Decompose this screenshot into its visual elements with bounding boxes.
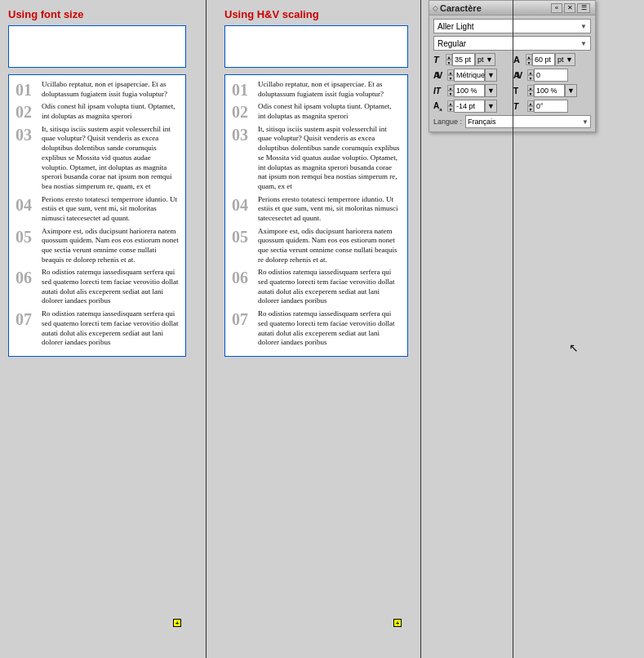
baseline-spinner[interactable]: ▲ ▼ bbox=[447, 100, 454, 112]
kerning-value-input[interactable]: 0 bbox=[534, 69, 568, 82]
separator bbox=[196, 0, 216, 658]
left-text-frame bbox=[8, 25, 186, 68]
cap-height-input[interactable]: 60 pt bbox=[532, 53, 555, 66]
main-area: Using font size 01 Ucillabo reptatur, no… bbox=[0, 0, 644, 658]
kerning-type-spinner[interactable]: ▲ ▼ bbox=[447, 69, 454, 81]
right-overflow-indicator: + bbox=[393, 619, 402, 627]
skew-spinner[interactable]: ▲ ▼ bbox=[527, 100, 534, 112]
font-size-up[interactable]: ▲ bbox=[446, 54, 452, 60]
left-numbered-list: 01 Ucillabo reptatur, non et ipsaperciae… bbox=[8, 74, 186, 357]
right-numbered-list: 01 Ucillabo reptatur, non et ipsaperciae… bbox=[224, 74, 408, 357]
language-dropdown[interactable]: Français ▼ bbox=[465, 115, 591, 128]
kerning-value-up[interactable]: ▲ bbox=[527, 69, 534, 75]
list-text: It, sitisqu isciis sustem aspit volesser… bbox=[258, 125, 401, 192]
list-text: Ro odistios ratemqu iassedisquam serfera… bbox=[258, 268, 401, 306]
h-scale-down[interactable]: ▼ bbox=[447, 91, 454, 96]
list-item: 07 Ro odistios ratemqu iassedisquam serf… bbox=[232, 309, 401, 348]
list-text: Ucillabo reptatur, non et ipsaperciae. E… bbox=[258, 80, 401, 99]
cap-height-down[interactable]: ▼ bbox=[526, 60, 532, 65]
list-text: It, sitisqu isciis sustem aspit volesser… bbox=[42, 125, 179, 192]
center-vline bbox=[206, 0, 207, 658]
skew-up[interactable]: ▲ bbox=[527, 100, 534, 106]
list-item: 04 Perions eresto totatesci temperrore i… bbox=[16, 195, 179, 224]
list-number: 01 bbox=[232, 82, 258, 98]
list-item: 02 Odis conest hil ipsam volupta tiunt. … bbox=[16, 102, 179, 121]
baseline-field: Aa ▲ ▼ -14 pt ▼ bbox=[433, 100, 511, 113]
h-scale-spinner[interactable]: ▲ ▼ bbox=[447, 85, 454, 96]
h-scale-icon: IT bbox=[433, 87, 446, 96]
right-text-frame bbox=[224, 25, 408, 68]
font-name-value: Aller Light bbox=[437, 22, 473, 31]
baseline-up[interactable]: ▲ bbox=[447, 100, 454, 106]
list-text: Ro odistios ratemqu iassedisquam serfera… bbox=[42, 268, 179, 306]
list-text: Perions eresto totatesci temperrore idun… bbox=[258, 195, 401, 224]
list-text: Odis conest hil ipsam volupta tiunt. Opt… bbox=[42, 102, 179, 121]
cap-height-unit[interactable]: pt ▼ bbox=[555, 53, 575, 66]
v-scale-down[interactable]: ▼ bbox=[527, 91, 534, 96]
v-scale-spinner[interactable]: ▲ ▼ bbox=[527, 85, 534, 96]
list-item: 03 It, sitisqu isciis sustem aspit voles… bbox=[16, 125, 179, 192]
h-scale-up[interactable]: ▲ bbox=[447, 85, 454, 91]
right-panel: Using H&V scaling 01 Ucillabo reptatur, … bbox=[216, 0, 420, 658]
v-scale-dropdown[interactable]: ▼ bbox=[565, 84, 577, 97]
left-overflow-indicator: + bbox=[173, 619, 181, 627]
list-number: 03 bbox=[16, 127, 42, 143]
skew-icon: T bbox=[513, 102, 526, 111]
list-item: 01 Ucillabo reptatur, non et ipsaperciae… bbox=[232, 80, 401, 99]
v-scale-field: T ▲ ▼ 100 % ▼ bbox=[513, 84, 591, 97]
font-style-arrow: ▼ bbox=[580, 40, 587, 47]
list-text: Odis conest hil ipsam volupta tiunt. Opt… bbox=[258, 102, 401, 121]
list-item: 04 Perions eresto totatesci temperrore i… bbox=[232, 195, 401, 224]
list-number: 07 bbox=[16, 311, 42, 327]
list-number: 01 bbox=[16, 82, 42, 98]
kerning-value-spinner[interactable]: ▲ ▼ bbox=[527, 69, 534, 81]
font-style-value: Regular bbox=[437, 39, 466, 48]
font-size-unit[interactable]: pt ▼ bbox=[475, 53, 495, 66]
list-text: Perions eresto totatesci temperrore idun… bbox=[42, 195, 179, 224]
skew-input[interactable]: 0° bbox=[534, 100, 568, 113]
right-panel-title: Using H&V scaling bbox=[224, 8, 412, 20]
baseline-unit[interactable]: ▼ bbox=[485, 100, 497, 113]
cap-height-spinner[interactable]: ▲ ▼ bbox=[526, 54, 532, 65]
font-size-spinner[interactable]: ▲ ▼ bbox=[446, 54, 452, 65]
skew-down[interactable]: ▼ bbox=[527, 106, 534, 112]
v-scale-up[interactable]: ▲ bbox=[527, 85, 534, 91]
language-value: Français bbox=[468, 118, 496, 126]
language-label: Langue : bbox=[433, 118, 462, 126]
baseline-input[interactable]: -14 pt bbox=[454, 100, 485, 113]
v-scale-input[interactable]: 100 % bbox=[534, 84, 565, 97]
kerning-type-down[interactable]: ▼ bbox=[447, 75, 454, 81]
h-scale-dropdown[interactable]: ▼ bbox=[485, 84, 497, 97]
kerning-type-up[interactable]: ▲ bbox=[447, 69, 454, 75]
font-size-down[interactable]: ▼ bbox=[446, 60, 452, 65]
menu-button[interactable]: ☰ bbox=[577, 3, 590, 13]
kerning-type-dropdown[interactable]: ▼ bbox=[485, 69, 497, 82]
list-item: 01 Ucillabo reptatur, non et ipsaperciae… bbox=[16, 80, 179, 99]
list-number: 06 bbox=[232, 269, 258, 286]
kerning-value-down[interactable]: ▼ bbox=[527, 75, 534, 81]
titlebar-buttons: « ✕ ☰ bbox=[551, 3, 592, 13]
list-item: 06 Ro odistios ratemqu iassedisquam serf… bbox=[232, 268, 401, 306]
list-item: 05 Aximpore est, odis ducipsunt hariorer… bbox=[232, 227, 401, 265]
cap-height-field: A ▲ ▼ 60 pt pt ▼ bbox=[513, 53, 591, 66]
list-number: 02 bbox=[16, 104, 42, 120]
far-right-vline bbox=[513, 0, 513, 658]
font-size-input[interactable]: 35 pt bbox=[452, 53, 475, 66]
list-number: 02 bbox=[232, 104, 258, 120]
cap-height-up[interactable]: ▲ bbox=[526, 54, 532, 60]
baseline-down[interactable]: ▼ bbox=[447, 106, 454, 112]
font-name-arrow: ▼ bbox=[580, 23, 587, 30]
cursor-icon: ↖ bbox=[569, 341, 579, 354]
skew-field: T ▲ ▼ 0° bbox=[513, 100, 591, 113]
kerning-type-input[interactable]: Métrique bbox=[454, 69, 485, 82]
list-text: Aximpore est, odis ducipsunt hariorera n… bbox=[42, 227, 179, 265]
close-button[interactable]: ✕ bbox=[564, 3, 575, 13]
font-size-field: T ▲ ▼ 35 pt pt ▼ bbox=[433, 53, 511, 66]
list-text: Ro odistios ratemqu iassedisquam serfera… bbox=[42, 309, 179, 348]
collapse-button[interactable]: « bbox=[551, 3, 562, 13]
list-item: 07 Ro odistios ratemqu iassedisquam serf… bbox=[16, 309, 179, 348]
list-item: 03 It, sitisqu isciis sustem aspit voles… bbox=[232, 125, 401, 192]
left-panel-title: Using font size bbox=[8, 8, 188, 20]
h-scale-input[interactable]: 100 % bbox=[454, 84, 485, 97]
list-number: 06 bbox=[16, 269, 42, 286]
